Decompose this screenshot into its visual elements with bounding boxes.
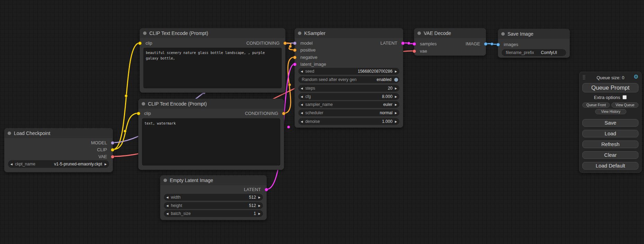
link-midpoint-dot[interactable] <box>124 130 126 133</box>
ckpt-name-widget[interactable]: ◀ ckpt_name v1-5-pruned-emaonly.ckpt ▶ <box>8 160 109 168</box>
clip-input-port[interactable] <box>137 112 140 115</box>
vae-input-port[interactable] <box>413 49 416 53</box>
node-graph-canvas[interactable]: Load Checkpoint MODEL CLIP VAE ◀ ckpt_na… <box>0 0 644 244</box>
latent-output-port[interactable] <box>265 188 268 191</box>
vae-output-port[interactable] <box>111 155 114 159</box>
clip-input-port[interactable] <box>138 42 142 45</box>
node-clip-text-encode-positive[interactable]: CLIP Text Encode (Prompt) clip CONDITION… <box>140 28 285 93</box>
node-status-dot-icon[interactable] <box>501 32 505 36</box>
link-midpoint-dot[interactable] <box>407 42 410 45</box>
widget-label: seed <box>305 69 314 74</box>
widget-value: euler <box>383 102 392 107</box>
positive-prompt-textarea[interactable]: beautiful scenery nature glass bottle la… <box>143 48 282 88</box>
cfg-widget[interactable]: ◀ cfg 8.000 ▶ <box>298 93 399 100</box>
link-midpoint-dot[interactable] <box>288 83 291 86</box>
clear-button[interactable]: Clear <box>582 151 638 159</box>
prev-value-arrow-icon[interactable]: ◀ <box>298 103 305 106</box>
filename-prefix-widget[interactable]: filename_prefix ComfyUI <box>502 49 566 56</box>
batch-size-widget[interactable]: ◀ batch_size 1 ▶ <box>164 210 263 217</box>
widget-label: steps <box>305 86 315 91</box>
node-status-dot-icon[interactable] <box>143 31 147 35</box>
next-value-arrow-icon[interactable]: ▶ <box>392 111 399 115</box>
next-value-arrow-icon[interactable]: ▶ <box>392 103 399 106</box>
node-title-bar[interactable]: KSampler <box>295 28 403 38</box>
model-input-port[interactable] <box>293 42 297 45</box>
node-status-dot-icon[interactable] <box>298 31 301 35</box>
load-button[interactable]: Load <box>582 130 638 137</box>
node-status-dot-icon[interactable] <box>417 31 421 35</box>
next-value-arrow-icon[interactable]: ▶ <box>256 204 263 207</box>
queue-front-button[interactable]: Queue Front <box>582 102 610 108</box>
node-title-bar[interactable]: CLIP Text Encode (Prompt) <box>140 28 285 38</box>
next-value-arrow-icon[interactable]: ▶ <box>392 87 399 90</box>
random-seed-widget[interactable]: Random seed after every gen enabled <box>298 76 399 83</box>
node-empty-latent-image[interactable]: Empty Latent Image LATENT ◀ width 512 ▶ … <box>160 175 267 220</box>
model-output-port[interactable] <box>111 141 114 145</box>
link-midpoint-dot[interactable] <box>289 45 292 48</box>
prev-value-arrow-icon[interactable]: ◀ <box>164 204 171 207</box>
next-value-arrow-icon[interactable]: ▶ <box>102 163 109 166</box>
slot-row: VAE <box>5 154 113 160</box>
node-clip-text-encode-negative[interactable]: CLIP Text Encode (Prompt) clip CONDITION… <box>138 99 284 170</box>
node-title-bar[interactable]: Load Checkpoint <box>5 128 113 138</box>
link-midpoint-dot[interactable] <box>125 94 127 97</box>
clip-output-port[interactable] <box>111 148 114 152</box>
node-status-dot-icon[interactable] <box>8 132 11 135</box>
settings-gear-icon[interactable]: ⚙ <box>634 74 638 80</box>
extra-options-checkbox[interactable] <box>623 95 627 99</box>
clip-slot-label: clip <box>144 110 151 117</box>
toggle-knob-icon[interactable] <box>394 78 398 82</box>
node-load-checkpoint[interactable]: Load Checkpoint MODEL CLIP VAE ◀ ckpt_na… <box>4 128 113 172</box>
refresh-button[interactable]: Refresh <box>582 141 638 148</box>
next-value-arrow-icon[interactable]: ▶ <box>256 196 263 199</box>
latent-image-input-port[interactable] <box>293 63 297 66</box>
images-input-port[interactable] <box>496 43 500 46</box>
sampler-name-widget[interactable]: ◀ sampler_name euler ▶ <box>298 101 399 108</box>
prev-value-arrow-icon[interactable]: ◀ <box>298 87 305 90</box>
steps-widget[interactable]: ◀ steps 20 ▶ <box>298 85 399 92</box>
node-title-bar[interactable]: Empty Latent Image <box>160 175 266 185</box>
node-vae-decode[interactable]: VAE Decode samples IMAGE vae <box>414 28 486 56</box>
prev-value-arrow-icon[interactable]: ◀ <box>298 70 305 73</box>
prev-value-arrow-icon[interactable]: ◀ <box>298 120 305 123</box>
save-button[interactable]: Save <box>582 119 638 127</box>
node-title: CLIP Text Encode (Prompt) <box>148 101 207 107</box>
view-history-button[interactable]: View History <box>595 109 626 114</box>
negative-prompt-textarea[interactable]: text, watermark <box>142 118 280 165</box>
width-widget[interactable]: ◀ width 512 ▶ <box>164 194 263 201</box>
denoise-widget[interactable]: ◀ denoise 1.000 ▶ <box>298 118 399 125</box>
node-save-image[interactable]: Save Image images filename_prefix ComfyU… <box>498 29 570 58</box>
node-title-bar[interactable]: CLIP Text Encode (Prompt) <box>139 99 284 109</box>
prev-value-arrow-icon[interactable]: ◀ <box>298 111 305 115</box>
latent-output-port[interactable] <box>401 42 405 45</box>
link-midpoint-dot[interactable] <box>287 126 290 128</box>
node-ksampler[interactable]: KSampler model LATENT positive negative … <box>294 28 403 128</box>
next-value-arrow-icon[interactable]: ▶ <box>256 212 263 215</box>
next-value-arrow-icon[interactable]: ▶ <box>392 120 399 123</box>
height-widget[interactable]: ◀ height 512 ▶ <box>164 202 263 209</box>
conditioning-output-port[interactable] <box>282 112 285 115</box>
prev-value-arrow-icon[interactable]: ◀ <box>8 163 15 166</box>
negative-input-port[interactable] <box>293 56 297 59</box>
view-queue-button[interactable]: View Queue <box>611 102 638 108</box>
next-value-arrow-icon[interactable]: ▶ <box>392 95 399 98</box>
next-value-arrow-icon[interactable]: ▶ <box>392 70 399 73</box>
image-output-port[interactable] <box>484 42 487 46</box>
positive-input-port[interactable] <box>293 48 297 52</box>
samples-input-port[interactable] <box>413 42 416 46</box>
node-title-bar[interactable]: Save Image <box>498 29 570 39</box>
seed-widget[interactable]: ◀ seed 156680208700286 ▶ <box>298 68 399 75</box>
link-midpoint-dot[interactable] <box>491 43 493 45</box>
conditioning-output-port[interactable] <box>283 42 287 45</box>
queue-prompt-button[interactable]: Queue Prompt <box>582 83 638 92</box>
prev-value-arrow-icon[interactable]: ◀ <box>164 196 171 199</box>
node-status-dot-icon[interactable] <box>164 179 167 182</box>
prev-value-arrow-icon[interactable]: ◀ <box>298 95 305 98</box>
prev-value-arrow-icon[interactable]: ◀ <box>164 212 171 215</box>
node-title-bar[interactable]: VAE Decode <box>414 28 486 38</box>
load-default-button[interactable]: Load Default <box>582 162 638 170</box>
slot-row: model LATENT <box>295 40 403 46</box>
widget-label: Random seed after every gen <box>298 77 356 82</box>
node-status-dot-icon[interactable] <box>142 102 145 106</box>
scheduler-widget[interactable]: ◀ scheduler normal ▶ <box>298 109 399 116</box>
